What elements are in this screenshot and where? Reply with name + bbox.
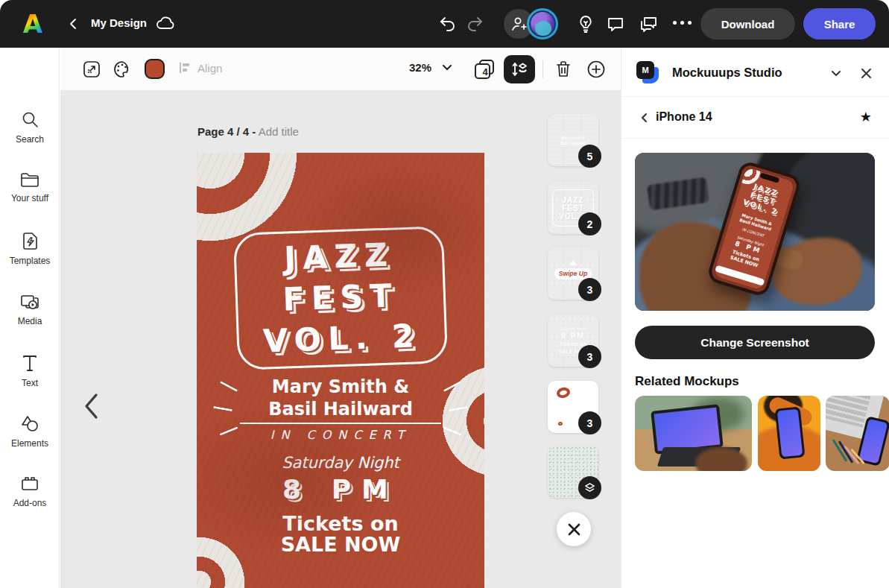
app-window: A My Design Download Share (0, 0, 889, 588)
resize-icon (82, 60, 101, 79)
related-mockups-heading: Related Mockups (635, 374, 739, 389)
back-button[interactable] (636, 110, 651, 125)
poster-artist-line: Mary Smith & (197, 376, 484, 397)
poster-artist-line: Basil Hailward (197, 399, 484, 420)
more-options-icon[interactable] (673, 21, 692, 25)
elements-icon (20, 414, 39, 433)
cloud-sync-icon (155, 13, 176, 34)
mockup-item-title: iPhone 14 (656, 110, 712, 124)
trash-icon (554, 60, 572, 79)
addon-title: Mockuuups Studio (672, 66, 782, 80)
plus-circle-icon (586, 60, 606, 79)
top-bar: A My Design Download Share (0, 0, 889, 48)
ideas-lightbulb-icon[interactable] (575, 13, 596, 34)
theme-colors-button[interactable] (112, 59, 133, 80)
pages-count: 4 (483, 66, 489, 78)
addon-panel-header: M Mockuuups Studio (621, 48, 889, 97)
layer-thumbnail-2[interactable]: JAZZFESTVOL. 2 2 (548, 182, 598, 234)
text-icon (21, 354, 39, 373)
reorder-pages-toggle[interactable] (504, 55, 535, 83)
canvas-toolbar: Align 32% 4 (60, 48, 621, 90)
chevron-down-icon (442, 64, 452, 71)
comment-icon[interactable] (605, 13, 626, 34)
sidebar-item-elements[interactable]: Elements (0, 414, 60, 464)
chevron-left-icon (83, 392, 99, 420)
align-button[interactable]: Align (178, 61, 222, 75)
sidebar-item-text[interactable]: Text (0, 354, 60, 403)
mockup-preview-image[interactable]: JAZZ FEST VOL. 2 Mary Smith & Basil Hail… (635, 153, 875, 311)
user-avatar[interactable] (527, 8, 558, 39)
close-panel-button[interactable] (858, 66, 873, 80)
sidebar-item-media[interactable]: Media (0, 293, 60, 342)
mockup-item-header: iPhone 14 ★ (621, 97, 889, 139)
layers-icon (584, 482, 595, 493)
undo-button[interactable] (437, 13, 458, 34)
delete-page-button[interactable] (553, 59, 574, 80)
layer-thumbnail-6[interactable] (548, 446, 598, 498)
close-pages-panel-button[interactable] (557, 512, 591, 546)
poster-title-frame: JAZZ FEST VOL. 2 (233, 226, 448, 370)
pages-overview-button[interactable]: 4 (472, 57, 497, 82)
redo-button[interactable] (465, 13, 486, 34)
chevron-left-icon (641, 113, 648, 123)
poster-cta-line: SALE NOW (197, 533, 484, 556)
layer-thumbnail-1[interactable]: Mary Smith &Basil Hailward 5 (548, 114, 598, 166)
fill-color-swatch[interactable] (145, 59, 165, 79)
sidebar-item-label: Your stuff (11, 193, 48, 203)
layer-thumbnail-4[interactable]: Saturday Night 8 PM Tickets on SALE NOW … (548, 314, 598, 367)
sidebar-item-add-ons[interactable]: Add-ons (0, 475, 60, 524)
back-button[interactable] (63, 13, 83, 34)
related-mockup-tablet-typing[interactable] (635, 396, 752, 471)
layer-thumbnail-5[interactable]: 3 (548, 381, 598, 433)
poster-tagline: IN CONCERT (197, 428, 484, 442)
page-number-label: Page 4 / 4 - (197, 125, 256, 138)
sidebar-item-label: Text (22, 378, 38, 388)
poster-title-line: VOL. 2 (238, 314, 446, 363)
close-icon (861, 68, 872, 79)
layer-count-badge: 5 (578, 145, 601, 168)
layer-count-badge: 3 (578, 278, 601, 301)
poster-cta-line: Tickets on (197, 512, 484, 535)
sidebar-item-templates[interactable]: Templates (0, 232, 60, 281)
left-sidebar: Search Your stuff Templates Media Text E… (0, 48, 60, 588)
poster-divider-line (240, 423, 441, 424)
poster-event-day: Saturday Night (197, 454, 484, 472)
chevron-down-icon (831, 70, 841, 77)
add-page-button[interactable] (586, 59, 607, 80)
canvas-area: Page 4 / 4 - Add title JAZZ FEST VOL. 2 … (60, 90, 621, 588)
poster-title-line: FEST (237, 274, 444, 322)
poster-event-time: 8 PM (197, 474, 484, 505)
sidebar-item-label: Elements (11, 438, 48, 449)
page-title-placeholder[interactable]: Add title (259, 125, 299, 138)
previous-page-button[interactable] (83, 392, 99, 423)
change-screenshot-button[interactable]: Change Screenshot (635, 326, 875, 359)
sidebar-item-search[interactable]: Search (0, 110, 60, 159)
share-button[interactable]: Share (803, 8, 876, 39)
resize-button[interactable] (81, 59, 102, 80)
comments-list-icon[interactable] (638, 13, 659, 34)
palette-icon (113, 60, 132, 79)
close-icon (568, 523, 580, 536)
layer-thumbnail-3[interactable]: Swipe Up 3 (548, 247, 598, 300)
sidebar-item-label: Media (18, 316, 42, 326)
align-label: Align (197, 62, 222, 75)
addons-brick-icon (20, 475, 39, 493)
download-button[interactable]: Download (700, 8, 795, 39)
poster-page[interactable]: JAZZ FEST VOL. 2 Mary Smith & Basil Hail… (197, 153, 484, 588)
related-mockup-phone-orange[interactable] (758, 396, 820, 471)
layer-count-badge: 3 (578, 345, 601, 368)
collapse-panel-button[interactable] (829, 66, 844, 80)
mini-donut-shape (556, 386, 572, 399)
related-mockup-desk-phone[interactable] (826, 396, 889, 471)
layer-count-badge: 3 (578, 411, 601, 434)
adobe-express-logo-icon[interactable]: A (18, 9, 48, 39)
folder-icon (20, 171, 39, 188)
swipe-arrow-icon (569, 260, 577, 265)
document-title[interactable]: My Design (91, 16, 147, 29)
favorite-star-icon[interactable]: ★ (860, 109, 872, 125)
chevron-left-icon (69, 18, 77, 30)
search-icon (21, 110, 39, 129)
mockuuups-logo-icon: M (636, 61, 659, 83)
sidebar-item-your-stuff[interactable]: Your stuff (0, 171, 60, 221)
zoom-control[interactable]: 32% (409, 61, 452, 74)
